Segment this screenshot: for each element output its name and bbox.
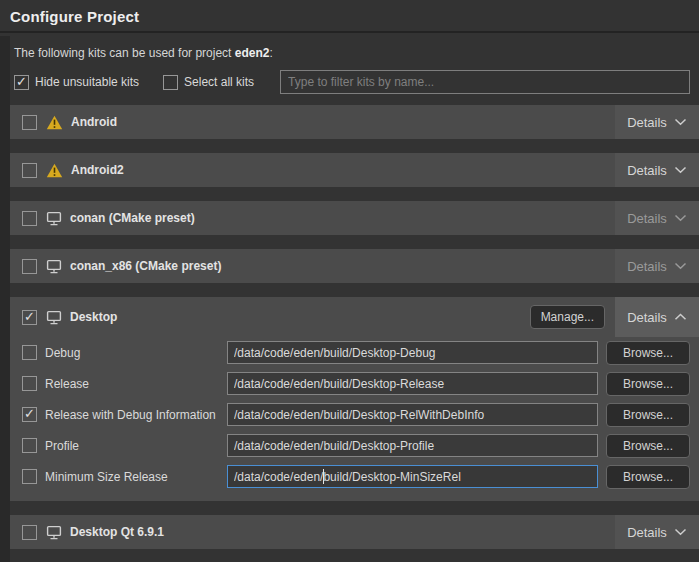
kit-name: Android <box>71 115 117 129</box>
details-label: Details <box>627 259 667 274</box>
kit-name: conan_x86 (CMake preset) <box>70 259 221 273</box>
kit-row-conan-x86: conan_x86 (CMake preset) Details <box>10 249 699 283</box>
checkbox-icon <box>163 75 178 90</box>
config-checkbox[interactable] <box>22 469 37 484</box>
intro-suffix: : <box>269 46 272 60</box>
kit-row-desktop: Desktop Manage... Details <box>10 297 699 337</box>
hide-unsuitable-kits-checkbox[interactable]: Hide unsuitable kits <box>14 75 139 90</box>
browse-button[interactable]: Browse... <box>606 465 690 489</box>
kit-filter-input[interactable] <box>280 70 690 94</box>
kit-checkbox[interactable] <box>22 115 37 130</box>
details-label: Details <box>627 310 667 325</box>
warning-icon <box>46 115 63 130</box>
intro-text: The following kits can be used for proje… <box>10 33 699 60</box>
config-row-release: Release Browse... <box>10 368 699 399</box>
config-row-minsizerel: Minimum Size Release Browse... <box>10 461 699 492</box>
kit-row-android: Android Details <box>10 105 699 139</box>
kit-checkbox[interactable] <box>22 259 37 274</box>
kit-name: conan (CMake preset) <box>70 211 195 225</box>
details-button[interactable]: Details <box>615 153 699 187</box>
warning-icon <box>46 163 63 178</box>
details-label: Details <box>627 525 667 540</box>
details-button[interactable]: Details <box>615 105 699 139</box>
config-row-debug: Debug Browse... <box>10 337 699 368</box>
config-checkbox[interactable] <box>22 407 37 422</box>
content-area: The following kits can be used for proje… <box>10 33 699 549</box>
config-row-profile: Profile Browse... <box>10 430 699 461</box>
project-name: eden2 <box>235 46 270 60</box>
desktop-icon <box>46 525 62 540</box>
chevron-down-icon <box>674 528 687 536</box>
chevron-down-icon <box>674 262 687 270</box>
details-button-disabled: Details <box>615 201 699 235</box>
select-all-kits-label: Select all kits <box>184 75 254 89</box>
details-button-expanded[interactable]: Details <box>615 297 699 337</box>
kit-row-desktop-qt: Desktop Qt 6.9.1 Details <box>10 515 699 549</box>
config-checkbox[interactable] <box>22 345 37 360</box>
intro-prefix: The following kits can be used for proje… <box>14 46 235 60</box>
kit-filter-controls: Hide unsuitable kits Select all kits <box>10 60 699 94</box>
chevron-down-icon <box>674 166 687 174</box>
page-header: Configure Project <box>0 0 699 33</box>
browse-button[interactable]: Browse... <box>606 403 690 427</box>
kit-block-desktop: Desktop Manage... Details Debug <box>10 297 699 501</box>
kit-list: Android Details Android2 Details <box>10 105 699 549</box>
details-button-disabled: Details <box>615 249 699 283</box>
checkbox-icon <box>14 75 29 90</box>
page-title: Configure Project <box>10 8 689 25</box>
kit-checkbox[interactable] <box>22 310 37 325</box>
config-checkbox[interactable] <box>22 438 37 453</box>
text-caret <box>323 469 324 484</box>
kit-name: Desktop Qt 6.9.1 <box>70 525 164 539</box>
desktop-icon <box>46 211 62 226</box>
config-checkbox[interactable] <box>22 376 37 391</box>
browse-button[interactable]: Browse... <box>606 341 690 365</box>
details-label: Details <box>627 163 667 178</box>
config-row-relwithdebinfo: Release with Debug Information Browse... <box>10 399 699 430</box>
left-edge-strip <box>0 36 10 562</box>
desktop-icon <box>46 259 62 274</box>
build-dir-input-profile[interactable] <box>227 434 598 457</box>
configure-project-window: Configure Project The following kits can… <box>0 0 699 562</box>
details-label: Details <box>627 211 667 226</box>
build-dir-input-relwithdebinfo[interactable] <box>227 403 598 426</box>
build-dir-input-debug[interactable] <box>227 341 598 364</box>
config-label: Minimum Size Release <box>45 470 227 484</box>
kit-checkbox[interactable] <box>22 525 37 540</box>
kit-row-conan: conan (CMake preset) Details <box>10 201 699 235</box>
kit-row-android2: Android2 Details <box>10 153 699 187</box>
build-config-list: Debug Browse... Release Browse... <box>10 337 699 492</box>
config-label: Debug <box>45 346 227 360</box>
chevron-up-icon <box>674 313 687 321</box>
chevron-down-icon <box>674 214 687 222</box>
browse-button[interactable]: Browse... <box>606 434 690 458</box>
config-label: Profile <box>45 439 227 453</box>
build-dir-input-release[interactable] <box>227 372 598 395</box>
details-label: Details <box>627 115 667 130</box>
kit-checkbox[interactable] <box>22 163 37 178</box>
config-label: Release with Debug Information <box>45 408 227 422</box>
kit-name: Android2 <box>71 163 124 177</box>
desktop-icon <box>46 310 62 325</box>
hide-unsuitable-kits-label: Hide unsuitable kits <box>35 75 139 89</box>
config-label: Release <box>45 377 227 391</box>
kit-checkbox[interactable] <box>22 211 37 226</box>
select-all-kits-checkbox[interactable]: Select all kits <box>163 75 254 90</box>
chevron-down-icon <box>674 118 687 126</box>
manage-kits-button[interactable]: Manage... <box>530 305 605 329</box>
browse-button[interactable]: Browse... <box>606 372 690 396</box>
build-dir-input-minsizerel[interactable] <box>227 465 598 488</box>
details-button[interactable]: Details <box>615 515 699 549</box>
kit-name: Desktop <box>70 310 117 324</box>
